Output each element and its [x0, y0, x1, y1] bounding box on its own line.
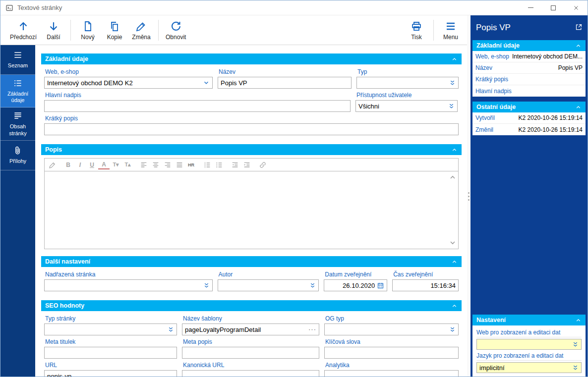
- sidebar-item-zakladni-udaje[interactable]: Základní údaje: [0, 75, 35, 108]
- double-chevron-icon[interactable]: [309, 282, 316, 289]
- underline-icon[interactable]: U: [86, 160, 98, 170]
- new-button[interactable]: Nový: [74, 17, 101, 43]
- web-eshop-value: Internetový obchod DEMO K2: [47, 79, 201, 87]
- edit-mode-icon[interactable]: [47, 160, 58, 170]
- double-chevron-icon[interactable]: [168, 326, 174, 333]
- previous-button[interactable]: Předchozí: [6, 17, 40, 43]
- keywords-input[interactable]: [324, 347, 459, 359]
- ellipsis-button[interactable]: ···: [308, 327, 316, 332]
- double-chevron-icon[interactable]: [448, 103, 455, 109]
- section-basic: Základní údaje Web, e-shop Internetový o…: [41, 54, 462, 140]
- publish-time-input[interactable]: 15:16:34: [392, 279, 459, 291]
- row-label: Změnil: [475, 126, 493, 133]
- panel-splitter[interactable]: [467, 15, 470, 377]
- edit-button[interactable]: Změna: [128, 17, 155, 43]
- double-chevron-icon[interactable]: [449, 80, 456, 86]
- section-seo-header[interactable]: SEO hodnoty: [41, 300, 462, 311]
- author-select[interactable]: [218, 279, 319, 291]
- horizontal-rule-icon[interactable]: HR: [185, 160, 197, 170]
- collapse-chevron-icon[interactable]: [575, 317, 582, 323]
- maximize-button[interactable]: [542, 0, 565, 15]
- preview-row[interactable]: Krátký popis: [472, 74, 586, 85]
- minimize-button[interactable]: [519, 0, 542, 15]
- preview-basic-header[interactable]: Základní údaje: [472, 40, 586, 51]
- collapse-chevron-icon[interactable]: [451, 303, 458, 309]
- double-chevron-icon[interactable]: [449, 326, 456, 333]
- settings-language-select[interactable]: implicitní: [476, 362, 582, 373]
- section-description-header[interactable]: Popis: [41, 144, 462, 155]
- sidebar-item-obsah-stranky[interactable]: Obsah stránky: [0, 108, 35, 140]
- unordered-list-icon[interactable]: [213, 160, 225, 170]
- link-icon[interactable]: [257, 160, 268, 170]
- double-chevron-icon[interactable]: [203, 282, 210, 289]
- name-input[interactable]: Popis VP: [218, 77, 352, 89]
- settings-header[interactable]: Nastavení: [472, 315, 586, 325]
- type-select[interactable]: [356, 77, 459, 89]
- access-select[interactable]: Všichni: [355, 100, 458, 112]
- preview-row[interactable]: Název Popis VP: [472, 62, 586, 74]
- menu-button[interactable]: Menu: [437, 17, 464, 43]
- font-smaller-icon[interactable]: T▾: [110, 160, 121, 170]
- heading-input[interactable]: [44, 100, 351, 112]
- template-name-input[interactable]: pageLoyaltyProgramDetail ···: [182, 323, 319, 335]
- short-desc-input[interactable]: [44, 123, 459, 135]
- preview-section-other: Ostatní údaje Vytvořil K2 2020-10-26 15:…: [472, 102, 586, 135]
- section-title: Další nastavení: [45, 258, 90, 265]
- meta-title-input[interactable]: [44, 347, 177, 359]
- calendar-icon[interactable]: [377, 282, 384, 289]
- print-button[interactable]: Tisk: [403, 17, 430, 43]
- external-link-icon[interactable]: [575, 23, 583, 31]
- sidebar-item-seznam[interactable]: Seznam: [0, 45, 35, 75]
- scroll-down-icon[interactable]: [449, 239, 457, 247]
- publish-date-input[interactable]: 26.10.2020: [324, 279, 387, 291]
- url-input[interactable]: popis-vp: [44, 370, 177, 377]
- close-button[interactable]: [565, 0, 588, 15]
- web-eshop-select[interactable]: Internetový obchod DEMO K2: [44, 77, 213, 89]
- double-chevron-icon[interactable]: [572, 365, 579, 371]
- section-seo: SEO hodnoty Typ stránky Název šablony pa…: [41, 300, 462, 377]
- section-title: Základní údaje: [45, 55, 88, 62]
- ordered-list-icon[interactable]: [201, 160, 213, 170]
- analytics-input[interactable]: [324, 370, 459, 377]
- align-right-icon[interactable]: [162, 160, 173, 170]
- font-larger-icon[interactable]: T▴: [122, 160, 133, 170]
- og-type-select[interactable]: [324, 323, 459, 335]
- preview-row[interactable]: Web, e-shop Internetový obchod DEM...: [472, 51, 586, 62]
- refresh-button[interactable]: Obnovit: [162, 17, 189, 43]
- parent-page-select[interactable]: [44, 279, 213, 291]
- preview-row[interactable]: Hlavní nadpis: [472, 85, 586, 97]
- collapse-chevron-icon[interactable]: [451, 56, 458, 62]
- indent-icon[interactable]: [241, 160, 252, 170]
- arrow-down-icon: [48, 20, 59, 32]
- canonical-url-input[interactable]: [182, 370, 319, 377]
- collapse-chevron-icon[interactable]: [451, 147, 458, 153]
- bold-icon[interactable]: B: [62, 160, 74, 170]
- next-button[interactable]: Další: [40, 17, 67, 43]
- meta-description-input[interactable]: [182, 347, 319, 359]
- collapse-chevron-icon[interactable]: [575, 43, 582, 49]
- section-title: Nastavení: [476, 317, 506, 323]
- outdent-icon[interactable]: [229, 160, 240, 170]
- section-more-settings-header[interactable]: Další nastavení: [41, 256, 462, 267]
- font-color-icon[interactable]: A: [98, 161, 110, 169]
- preview-other-header[interactable]: Ostatní údaje: [472, 102, 586, 112]
- double-chevron-icon[interactable]: [572, 341, 579, 348]
- chevron-down-icon[interactable]: [203, 79, 210, 86]
- richtext-editor[interactable]: [44, 171, 459, 249]
- align-justify-icon[interactable]: [174, 160, 185, 170]
- settings-web-select[interactable]: [476, 339, 582, 350]
- page-type-select[interactable]: [44, 323, 177, 335]
- preview-row[interactable]: Změnil K2 2020-10-26 15:19:14: [472, 124, 586, 135]
- copy-button[interactable]: Kopie: [101, 17, 128, 43]
- sidebar-item-prilohy[interactable]: Přílohy: [0, 141, 35, 170]
- align-left-icon[interactable]: [138, 160, 149, 170]
- preview-row[interactable]: Vytvořil K2 2020-10-26 15:19:14: [472, 112, 586, 124]
- section-basic-header[interactable]: Základní údaje: [41, 54, 462, 64]
- align-center-icon[interactable]: [150, 160, 161, 170]
- collapse-chevron-icon[interactable]: [451, 259, 458, 265]
- maximize-icon: [551, 5, 556, 10]
- scroll-up-icon[interactable]: [449, 173, 457, 181]
- settings-web-label: Web pro zobrazení a editaci dat: [476, 329, 582, 337]
- collapse-chevron-icon[interactable]: [575, 104, 582, 110]
- italic-icon[interactable]: I: [74, 160, 86, 170]
